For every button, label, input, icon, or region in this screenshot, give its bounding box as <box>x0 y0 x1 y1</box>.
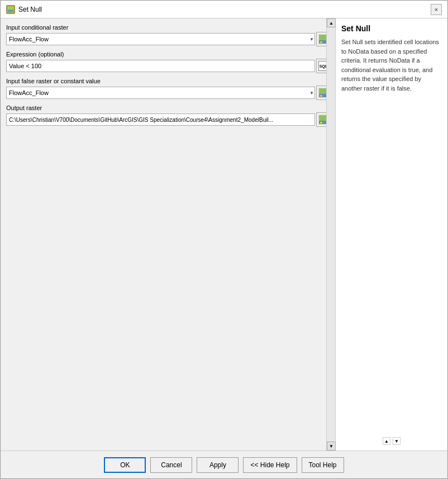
help-title: Set Null <box>341 24 442 33</box>
expression-input[interactable] <box>6 60 315 72</box>
dialog-title: Set Null <box>18 6 42 13</box>
input-false-select-wrapper: FlowAcc_Flow ▼ <box>6 87 315 99</box>
input-conditional-select[interactable]: FlowAcc_Flow <box>6 33 315 45</box>
scroll-down-arrow[interactable]: ▼ <box>327 442 336 450</box>
left-scrollbar: ▲ ▼ <box>326 18 335 450</box>
input-false-label: Input false raster or constant value <box>6 78 331 84</box>
output-raster-input[interactable] <box>6 113 315 126</box>
input-conditional-group: Input conditional raster FlowAcc_Flow ▼ <box>6 24 331 46</box>
output-raster-row <box>6 112 331 127</box>
svg-rect-2 <box>8 10 13 12</box>
cancel-button[interactable]: Cancel <box>150 457 192 473</box>
title-bar: Set Null × <box>1 1 447 18</box>
right-scroll-down[interactable]: ▼ <box>393 437 401 445</box>
input-false-group: Input false raster or constant value Flo… <box>6 78 331 100</box>
output-raster-label: Output raster <box>6 105 331 111</box>
left-panel: Input conditional raster FlowAcc_Flow ▼ <box>1 18 336 450</box>
output-raster-group: Output raster <box>6 105 331 127</box>
svg-rect-16 <box>320 122 322 124</box>
title-bar-left: Set Null <box>6 5 42 14</box>
apply-button[interactable]: Apply <box>197 457 239 473</box>
right-scroll-controls: ▲ ▼ <box>341 435 442 445</box>
input-false-select[interactable]: FlowAcc_Flow <box>6 87 315 99</box>
right-panel: Set Null Set Null sets identified cell l… <box>336 18 447 450</box>
main-content: Input conditional raster FlowAcc_Flow ▼ <box>1 18 447 450</box>
input-conditional-label: Input conditional raster <box>6 24 331 31</box>
hide-help-button[interactable]: << Hide Help <box>243 457 297 473</box>
svg-rect-1 <box>8 7 13 10</box>
svg-rect-6 <box>320 41 322 43</box>
right-scroll-up[interactable]: ▲ <box>383 437 390 445</box>
expression-group: Expression (optional) SQL <box>6 51 331 73</box>
input-false-row: FlowAcc_Flow ▼ <box>6 86 331 100</box>
expression-label: Expression (optional) <box>6 51 331 58</box>
close-button[interactable]: × <box>431 4 442 15</box>
scroll-up-arrow[interactable]: ▲ <box>327 18 336 27</box>
right-scroll-area: Set Null Set Null sets identified cell l… <box>341 24 442 435</box>
help-body: Set Null sets identified cell locations … <box>341 37 442 93</box>
footer: OK Cancel Apply << Hide Help Tool Help <box>1 450 447 478</box>
dialog-icon <box>6 5 15 14</box>
input-conditional-select-wrapper: FlowAcc_Flow ▼ <box>6 33 315 45</box>
input-conditional-row: FlowAcc_Flow ▼ <box>6 32 331 46</box>
svg-rect-11 <box>320 95 322 97</box>
set-null-dialog: Set Null × Input conditional raster Flow… <box>0 0 448 479</box>
left-scroll-area[interactable]: Input conditional raster FlowAcc_Flow ▼ <box>1 18 335 450</box>
ok-button[interactable]: OK <box>104 457 146 473</box>
tool-help-button[interactable]: Tool Help <box>302 457 344 473</box>
expression-row: SQL <box>6 59 331 73</box>
